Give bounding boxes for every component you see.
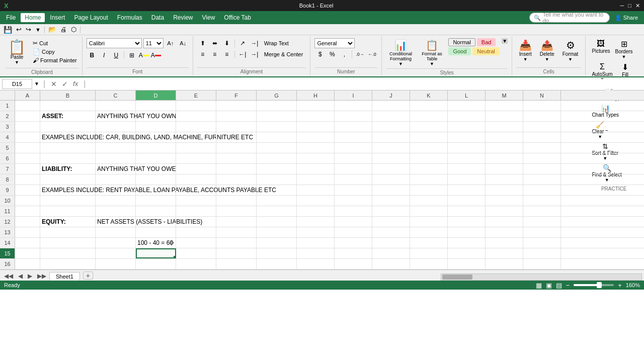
cell-e4[interactable]	[176, 132, 216, 142]
cell-m15[interactable]	[486, 248, 523, 258]
cell-e11[interactable]	[176, 206, 216, 216]
cell-m10[interactable]	[486, 196, 523, 206]
confirm-formula-button[interactable]: ✓	[60, 80, 69, 88]
insert-button[interactable]: 📥 Insert ▼	[516, 38, 535, 63]
cell-f3[interactable]	[216, 122, 257, 132]
cell-i2[interactable]	[335, 111, 372, 121]
cell-f16[interactable]	[216, 259, 257, 269]
view-break-button[interactable]: ▤	[556, 282, 562, 289]
col-header-a[interactable]: A	[15, 90, 40, 100]
font-size-select[interactable]: 11	[143, 38, 164, 48]
cell-n5[interactable]	[523, 143, 561, 153]
cell-i5[interactable]	[335, 143, 372, 153]
cell-n16[interactable]	[523, 259, 561, 269]
zoom-plus-button[interactable]: +	[618, 282, 622, 289]
cell-c12[interactable]: NET ASSETS (ASSETS - LIABILITIES)	[96, 217, 136, 227]
align-middle-button[interactable]: ⬌	[209, 38, 220, 48]
cell-n2[interactable]	[523, 111, 561, 121]
cell-l8[interactable]	[448, 174, 486, 185]
cell-k11[interactable]	[410, 206, 448, 216]
cell-c8[interactable]	[96, 174, 136, 185]
cell-h13[interactable]	[297, 227, 335, 237]
cell-a16[interactable]	[15, 259, 40, 269]
cell-g12[interactable]	[257, 217, 297, 227]
cell-i14[interactable]	[335, 238, 372, 248]
align-right-button[interactable]: ≡	[221, 49, 232, 59]
styles-scroll[interactable]: ▼	[502, 38, 508, 44]
cell-f1[interactable]	[216, 101, 257, 111]
cell-m12[interactable]	[486, 217, 523, 227]
cell-k1[interactable]	[410, 101, 448, 111]
minimize-button[interactable]: ─	[620, 3, 624, 9]
cell-b14[interactable]	[40, 238, 96, 248]
cell-d7[interactable]	[136, 164, 176, 174]
cell-m11[interactable]	[486, 206, 523, 216]
share-button[interactable]: 👤 Share	[611, 14, 642, 22]
cell-a7[interactable]	[15, 164, 40, 174]
cell-c5[interactable]	[96, 143, 136, 153]
cell-l3[interactable]	[448, 122, 486, 132]
cell-b1[interactable]	[40, 101, 96, 111]
col-header-j[interactable]: J	[372, 90, 410, 100]
align-left-button[interactable]: ≡	[197, 49, 208, 59]
cell-a2[interactable]	[15, 111, 40, 121]
cell-l5[interactable]	[448, 143, 486, 153]
cell-d10[interactable]	[136, 196, 176, 206]
name-box-expand[interactable]: ▼	[34, 81, 39, 86]
cell-c14[interactable]	[96, 238, 136, 248]
paste-arrow[interactable]: ▼	[15, 60, 19, 65]
col-header-e[interactable]: E	[176, 90, 216, 100]
name-box[interactable]	[2, 79, 32, 89]
file-icon[interactable]: 📂	[47, 25, 58, 34]
angle-text-button[interactable]: ↗	[237, 38, 248, 48]
cell-f12[interactable]	[216, 217, 257, 227]
cell-c15[interactable]	[96, 248, 136, 258]
cell-h12[interactable]	[297, 217, 335, 227]
cell-m8[interactable]	[486, 174, 523, 185]
cell-j5[interactable]	[372, 143, 410, 153]
insert-arrow[interactable]: ▼	[523, 57, 528, 62]
cell-c13[interactable]	[96, 227, 136, 237]
cell-a10[interactable]	[15, 196, 40, 206]
cell-k5[interactable]	[410, 143, 448, 153]
format-painter-button[interactable]: 🖌 Format Painter	[31, 56, 79, 64]
cell-n14[interactable]	[523, 238, 561, 248]
cell-n3[interactable]	[523, 122, 561, 132]
cell-h14[interactable]	[297, 238, 335, 248]
cell-k9[interactable]	[410, 185, 448, 195]
cell-j3[interactable]	[372, 122, 410, 132]
cell-c9[interactable]	[96, 185, 136, 195]
align-center-button[interactable]: ≡	[209, 49, 220, 59]
cell-h15[interactable]	[297, 248, 335, 258]
col-header-m[interactable]: M	[486, 90, 523, 100]
cell-a1[interactable]	[15, 101, 40, 111]
shapes-icon[interactable]: ⬡	[69, 25, 78, 34]
cell-g9[interactable]	[257, 185, 297, 195]
cell-a15[interactable]	[15, 248, 40, 258]
increase-font-button[interactable]: A↑	[165, 38, 176, 48]
cell-n9[interactable]	[523, 185, 561, 195]
font-color-button[interactable]: A	[150, 50, 162, 60]
currency-button[interactable]: $	[314, 49, 326, 59]
cell-g6[interactable]	[257, 153, 297, 163]
cell-c7[interactable]: ANYTHING THAT YOU OWE	[96, 164, 136, 174]
cell-l2[interactable]	[448, 111, 486, 121]
cell-n6[interactable]	[523, 153, 561, 163]
cell-c10[interactable]	[96, 196, 136, 206]
cell-g1[interactable]	[257, 101, 297, 111]
cell-e15[interactable]	[176, 248, 216, 258]
dec-increase-button[interactable]: .0→	[354, 49, 365, 59]
cell-e1[interactable]	[176, 101, 216, 111]
cell-i4[interactable]	[335, 132, 372, 142]
cell-h9[interactable]	[297, 185, 335, 195]
cell-b7[interactable]: LIABILITY:	[40, 164, 96, 174]
cell-b6[interactable]	[40, 153, 96, 163]
insert-function-button[interactable]: fx	[71, 80, 79, 87]
cell-b8[interactable]	[40, 174, 96, 185]
cell-c4[interactable]	[96, 132, 136, 142]
cell-e13[interactable]	[176, 227, 216, 237]
tell-me-box[interactable]: 🔍 Tell me what you want to do...	[529, 13, 610, 23]
cell-j1[interactable]	[372, 101, 410, 111]
cell-m16[interactable]	[486, 259, 523, 269]
cell-k16[interactable]	[410, 259, 448, 269]
